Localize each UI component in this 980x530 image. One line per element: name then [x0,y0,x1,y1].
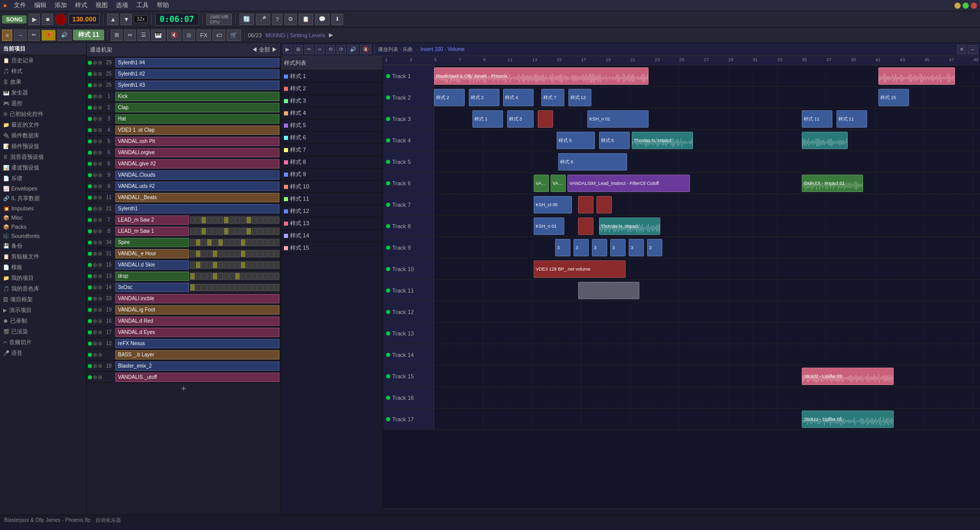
group-btn[interactable]: ☰ [137,30,150,41]
channel-name-14[interactable]: LEAD_m Saw 2 [115,215,189,225]
channel-name-26[interactable]: BASS _.b Layer [115,350,279,359]
channel-led2-1[interactable] [93,72,97,76]
pattern-item[interactable]: 样式 9 [281,168,383,181]
clip-1-2[interactable]: 样式 4 [503,89,534,106]
stop-button[interactable]: ■ [42,14,53,25]
channel-led2-22[interactable] [93,308,97,312]
pad-19-15[interactable] [274,273,279,280]
channel-led2-0[interactable] [93,61,97,65]
channel-led3-24[interactable] [98,330,102,334]
fx-btn[interactable]: FX [197,30,211,41]
channel-led-18[interactable] [88,263,92,267]
pad-20-12[interactable] [257,284,262,291]
track-content-4[interactable]: 样式 6 [434,151,980,172]
channel-led-27[interactable] [88,364,92,368]
pad-17-8[interactable] [235,250,240,257]
channel-name-7[interactable]: VANDAL.osh Pit [115,137,279,146]
clip-7-2[interactable]: Thomas N. Impact [599,218,660,235]
pad-14-7[interactable] [229,216,234,224]
pad-16-0[interactable] [190,239,195,246]
clip-8-1[interactable]: 3 [573,239,589,256]
channel-led3-21[interactable] [98,297,102,301]
pad-17-11[interactable] [252,250,257,257]
sidebar-item-3[interactable]: 🎹发生器 [0,87,86,98]
clip-1-4[interactable]: 样式 12 [568,89,591,106]
clip-3-2[interactable]: Thomas N. Impact [632,132,693,149]
track-led-0[interactable] [386,74,390,78]
clip-2-2[interactable] [538,110,553,128]
pad-20-10[interactable] [246,284,251,291]
pad-15-6[interactable] [224,228,229,235]
channel-led-4[interactable] [88,106,92,110]
pad-14-8[interactable] [235,216,240,224]
pattern-item[interactable]: 样式 2 [281,83,383,95]
channel-name-13[interactable]: Sylenth1 [115,204,279,213]
pl-select[interactable]: ⬄ [315,45,324,54]
channel-led3-0[interactable] [98,61,102,65]
snap-btn[interactable]: ⇔ [124,30,136,41]
channel-led2-27[interactable] [93,364,97,368]
pl-del[interactable]: ⟲ [326,45,335,54]
pad-19-14[interactable] [269,273,274,280]
record-button[interactable] [55,14,66,25]
tool-btn6[interactable]: 💬 [315,14,329,25]
track-led-14[interactable] [386,374,390,378]
channel-led-21[interactable] [88,297,92,301]
menu-view[interactable]: 视图 [94,1,109,10]
channel-led-22[interactable] [88,308,92,312]
sidebar-item-15[interactable]: 📦Misc [0,213,86,222]
pl-pencil[interactable]: ✏ [304,45,314,54]
pad-17-6[interactable] [224,250,229,257]
channel-led3-28[interactable] [98,375,102,379]
pad-18-9[interactable] [241,261,246,269]
pad-15-10[interactable] [246,228,251,235]
track-label-11[interactable]: Track 12 [383,301,434,322]
track-label-3[interactable]: Track 4 [383,130,434,151]
track-content-15[interactable] [434,387,980,408]
channel-led-2[interactable] [88,83,92,87]
pencil-btn[interactable]: ✏ [28,30,40,41]
track-label-14[interactable]: Track 15 [383,366,434,387]
sidebar-item-24[interactable]: ▶演示项目 [0,305,86,316]
pad-14-1[interactable] [196,216,201,224]
channel-led2-8[interactable] [93,151,97,155]
channel-name-25[interactable]: reFX Nexus [115,339,279,348]
channel-led3-1[interactable] [98,72,102,76]
channel-led2-26[interactable] [93,353,97,357]
track-content-1[interactable]: 样式 2样式 2样式 4样式 7样式 12样式 15 [434,87,980,108]
channel-led3-13[interactable] [98,207,102,211]
channel-name-9[interactable]: VANDAL.give #2 [115,159,279,168]
track-label-4[interactable]: Track 5 [383,151,434,172]
pattern-down[interactable]: ▼ [121,14,132,25]
track-label-1[interactable]: Track 2 [383,87,434,108]
channel-led2-12[interactable] [93,196,97,200]
channel-led2-2[interactable] [93,83,97,87]
pattern-item[interactable]: 样式 7 [281,144,383,156]
menu-add[interactable]: 添加 [53,1,68,10]
pad-15-7[interactable] [229,228,234,235]
pad-16-15[interactable] [274,239,279,246]
clip-0-0[interactable]: Blasterjaxx & Olly James - Phoenix [434,67,649,85]
channel-rack-controls[interactable]: ◀ 全部 ▶ [252,46,277,54]
channel-pads[interactable] [190,261,279,269]
channel-led2-18[interactable] [93,263,97,267]
channel-name-11[interactable]: VANDAL.uds #2 [115,182,279,191]
channel-led2-15[interactable] [93,229,97,233]
sidebar-item-10[interactable]: 📊通道预设值 [0,162,86,173]
channel-led2-9[interactable] [93,162,97,166]
sidebar-item-22[interactable]: 🎵我的音色库 [0,283,86,294]
pad-16-7[interactable] [229,239,234,246]
channel-led2-21[interactable] [93,297,97,301]
pl-close[interactable]: ✕ [957,45,966,54]
pad-20-8[interactable] [235,284,240,291]
channel-led-6[interactable] [88,128,92,132]
pad-19-9[interactable] [241,273,246,280]
pad-18-0[interactable] [190,261,195,269]
channel-led3-15[interactable] [98,229,102,233]
clip-10-0[interactable] [578,282,639,299]
pad-17-12[interactable] [257,250,262,257]
channel-led3-16[interactable] [98,240,102,245]
channel-led-0[interactable] [88,61,92,65]
pattern-item[interactable]: 样式 10 [281,181,383,193]
sidebar-item-26[interactable]: 🎬已渲染 [0,326,86,337]
